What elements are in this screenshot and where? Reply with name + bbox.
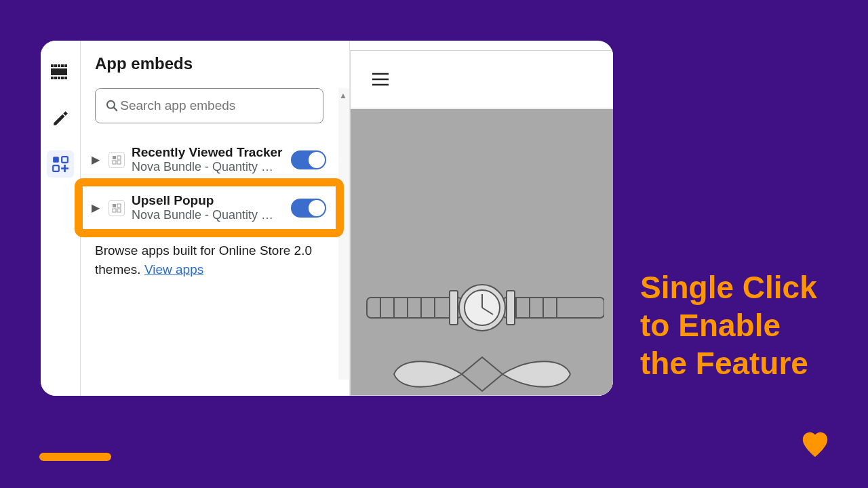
- svg-rect-22: [113, 209, 116, 212]
- embed-subtitle: Nova Bundle - Quantity …: [132, 208, 284, 222]
- app-embeds-panel: App embeds ▲ ▶ Recently Viewed Tracker N…: [80, 41, 350, 396]
- svg-point-14: [107, 101, 115, 108]
- hamburger-icon[interactable]: [371, 72, 390, 87]
- svg-rect-16: [113, 156, 116, 159]
- svg-rect-9: [61, 77, 64, 79]
- watch-illustration: [360, 277, 604, 338]
- embed-title: Recently Viewed Tracker: [132, 145, 284, 160]
- svg-line-15: [114, 108, 117, 111]
- embed-subtitle: Nova Bundle - Quantity …: [132, 160, 284, 174]
- embed-title: Upsell Popup: [132, 193, 284, 208]
- nav-sections-icon[interactable]: [47, 58, 74, 85]
- svg-rect-11: [53, 157, 59, 163]
- svg-rect-7: [54, 77, 57, 79]
- svg-rect-20: [113, 204, 116, 207]
- search-box[interactable]: [95, 88, 323, 123]
- editor-card: App embeds ▲ ▶ Recently Viewed Tracker N…: [41, 41, 613, 396]
- marketing-headline: Single Click to Enable the Feature: [640, 268, 817, 382]
- svg-rect-8: [58, 77, 60, 79]
- embed-recently-viewed[interactable]: ▶ Recently Viewed Tracker Nova Bundle - …: [80, 136, 338, 184]
- app-block-icon: [108, 200, 125, 216]
- bow-illustration: [380, 350, 584, 396]
- left-icon-rail: [41, 41, 81, 396]
- svg-rect-1: [54, 64, 57, 67]
- nav-app-embeds-icon[interactable]: [47, 150, 74, 178]
- nav-theme-icon[interactable]: [47, 104, 74, 131]
- toggle-switch[interactable]: [291, 150, 326, 169]
- svg-rect-21: [117, 204, 121, 207]
- preview-body: [351, 109, 613, 396]
- storefront-preview: [350, 50, 613, 396]
- scroll-area: ▲ ▶ Recently Viewed Tracker Nova Bundle …: [80, 88, 349, 380]
- svg-rect-5: [51, 68, 67, 75]
- svg-rect-2: [58, 64, 60, 67]
- headline-line-1: Single Click: [640, 268, 817, 306]
- scroll-up-arrow-icon[interactable]: ▲: [339, 91, 347, 100]
- accent-bar: [39, 453, 111, 461]
- svg-rect-39: [507, 291, 515, 325]
- svg-rect-23: [117, 209, 121, 212]
- svg-rect-13: [53, 165, 59, 171]
- svg-rect-10: [64, 77, 67, 79]
- panel-title: App embeds: [80, 54, 349, 88]
- svg-rect-17: [117, 156, 121, 159]
- svg-rect-3: [61, 64, 64, 67]
- headline-line-2: to Enable: [640, 306, 817, 344]
- heart-icon: [800, 431, 830, 458]
- view-apps-link[interactable]: View apps: [144, 262, 203, 277]
- headline-line-3: the Feature: [640, 344, 817, 382]
- preview-header: [351, 51, 613, 109]
- search-icon: [105, 98, 119, 113]
- svg-rect-19: [117, 161, 121, 164]
- svg-rect-0: [51, 64, 54, 67]
- toggle-switch[interactable]: [291, 199, 326, 218]
- chevron-right-icon[interactable]: ▶: [90, 201, 102, 214]
- embed-upsell-popup[interactable]: ▶ Upsell Popup Nova Bundle - Quantity …: [80, 184, 338, 232]
- svg-rect-38: [450, 291, 458, 325]
- search-input[interactable]: [119, 98, 313, 114]
- svg-rect-28: [502, 298, 604, 318]
- svg-rect-4: [64, 64, 67, 67]
- svg-rect-12: [62, 157, 68, 163]
- svg-rect-6: [51, 77, 54, 79]
- chevron-right-icon[interactable]: ▶: [90, 153, 102, 166]
- app-block-icon: [108, 152, 125, 168]
- embed-text: Upsell Popup Nova Bundle - Quantity …: [132, 193, 284, 222]
- embed-text: Recently Viewed Tracker Nova Bundle - Qu…: [132, 145, 284, 174]
- svg-rect-18: [113, 161, 116, 164]
- browse-apps-text: Browse apps built for Online Store 2.0 t…: [80, 232, 338, 288]
